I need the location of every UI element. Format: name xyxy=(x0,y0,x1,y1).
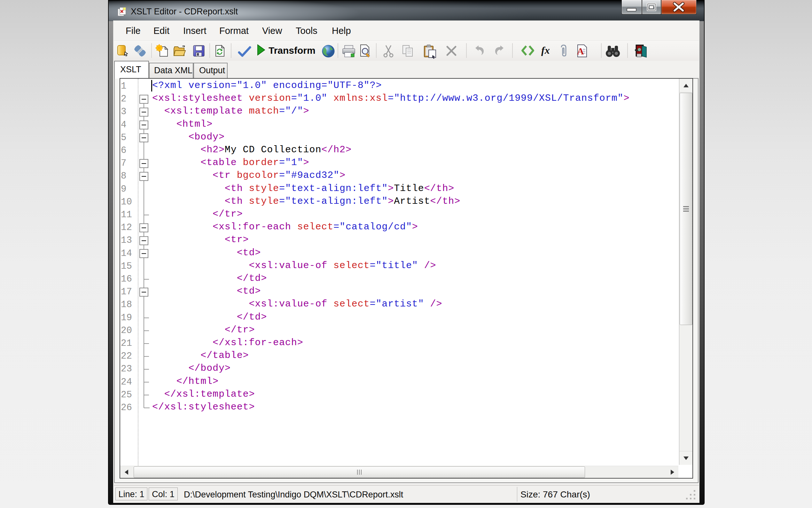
svg-text:fx: fx xyxy=(541,44,550,56)
